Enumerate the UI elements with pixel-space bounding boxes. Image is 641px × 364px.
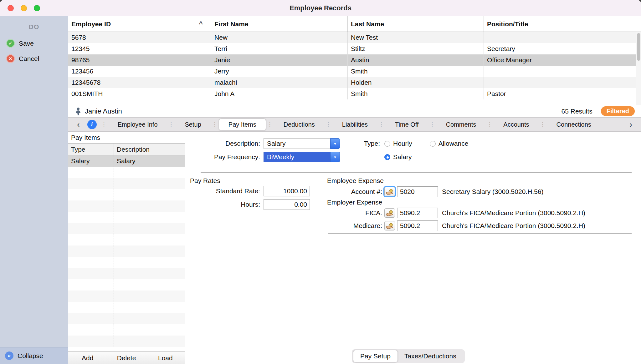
tab-separator-icon: ⋮ <box>485 121 494 128</box>
fica-account-input[interactable] <box>397 208 438 218</box>
pay-item-empty-row <box>68 167 185 178</box>
pay-frequency-dropdown-icon[interactable]: ▾ <box>330 152 340 162</box>
medicare-account-description: Church's FICA/Medicare Portion (3000.509… <box>442 222 585 230</box>
save-button-label: Save <box>19 40 34 47</box>
column-header-employee-id[interactable]: Employee ID ^ <box>68 16 211 32</box>
tab-connections[interactable]: Connections <box>547 119 601 130</box>
sort-ascending-icon[interactable]: ^ <box>199 20 203 28</box>
load-button[interactable]: Load <box>146 352 185 364</box>
column-header-position-title[interactable]: Position/Title <box>484 16 641 32</box>
column-header-type[interactable]: Type <box>68 146 114 153</box>
pay-item-row-selected[interactable]: Salary Salary <box>68 155 185 167</box>
filtered-badge[interactable]: Filtered <box>601 106 635 116</box>
employee-table: Employee ID ^ First Name Last Name Posit… <box>68 16 641 105</box>
minimize-window-button[interactable] <box>21 5 27 11</box>
info-icon[interactable]: i <box>87 120 97 129</box>
cancel-button[interactable]: × Cancel <box>0 51 68 66</box>
pay-item-empty-row <box>68 279 185 291</box>
medicare-account-input[interactable] <box>397 220 438 231</box>
radio-hourly-circle[interactable] <box>384 141 390 147</box>
medicare-label: Medicare: <box>327 222 382 230</box>
standard-rate-input[interactable] <box>264 186 310 196</box>
tab-pay-setup[interactable]: Pay Setup <box>353 350 397 362</box>
pay-items-buttons: Add Delete Load <box>68 351 185 364</box>
pay-item-empty-row <box>68 234 185 245</box>
pay-item-empty-row <box>68 223 185 234</box>
save-check-icon: ✓ <box>6 39 15 48</box>
pay-frequency-combo-value[interactable]: BiWeekly <box>264 152 330 162</box>
description-dropdown-icon[interactable]: ▾ <box>330 138 340 149</box>
fica-label: FICA: <box>327 209 382 217</box>
collapse-sidebar-button[interactable]: « Collapse <box>0 347 68 364</box>
table-row[interactable]: 001SMITH John A Smith Pastor <box>68 88 641 99</box>
table-scrollbar-thumb[interactable] <box>637 33 640 61</box>
app-window: Employee Records DO ✓ Save × Cancel « Co… <box>0 0 641 364</box>
description-combo[interactable]: Salary ▾ <box>264 138 340 149</box>
hours-input[interactable] <box>264 199 310 210</box>
radio-salary[interactable]: Salary <box>384 153 412 161</box>
radio-hourly[interactable]: Hourly <box>384 140 412 147</box>
record-bar: Janie Austin 65 Results Filtered <box>68 105 641 117</box>
pay-rates-title: Pay Rates <box>190 177 220 185</box>
section-divider <box>328 233 632 234</box>
account-lookup-hand-icon <box>386 210 394 216</box>
save-button[interactable]: ✓ Save <box>0 36 68 51</box>
table-row[interactable]: 12345 Terri Stiltz Secretary <box>68 43 641 54</box>
standard-rate-label: Standard Rate: <box>185 187 260 195</box>
type-label: Type: <box>360 140 380 147</box>
pay-items-panel: Pay Items Type Description Salary Salary <box>68 132 185 364</box>
add-button[interactable]: Add <box>68 352 107 364</box>
tabs-scroll-right-icon[interactable]: › <box>625 120 637 129</box>
column-header-description[interactable]: Description <box>114 144 185 155</box>
table-scrollbar-track[interactable] <box>636 32 641 105</box>
table-row-selected[interactable]: 98765 Janie Austin Office Manager <box>68 54 641 66</box>
tab-separator-icon: ⋮ <box>428 121 437 128</box>
person-icon <box>75 107 81 115</box>
radio-allowance-circle[interactable] <box>430 141 436 147</box>
tab-pay-items[interactable]: Pay Items <box>219 119 266 130</box>
selected-record-name: Janie Austin <box>85 107 122 115</box>
tab-employee-info[interactable]: Employee Info <box>108 119 167 130</box>
table-row[interactable]: 123456 Jerry Smith <box>68 66 641 77</box>
pay-frequency-combo[interactable]: BiWeekly ▾ <box>264 152 340 162</box>
description-combo-value[interactable]: Salary <box>264 138 330 149</box>
table-row[interactable]: 12345678 malachi Holden <box>68 77 641 88</box>
tab-setup[interactable]: Setup <box>176 119 211 130</box>
record-tab-bar: ‹ i ⋮ Employee Info ⋮ Setup ⋮ Pay Items … <box>68 117 641 132</box>
close-window-button[interactable] <box>8 5 14 11</box>
fica-account-lookup-button[interactable] <box>384 208 395 218</box>
tabs-scroll-left-icon[interactable]: ‹ <box>73 120 84 129</box>
section-divider <box>201 172 632 173</box>
pay-item-empty-row <box>68 268 185 279</box>
tab-separator-icon: ⋮ <box>211 121 219 128</box>
tab-accounts[interactable]: Accounts <box>494 119 538 130</box>
pay-setup-tabs: Pay Setup Taxes/Deductions <box>352 349 465 363</box>
pay-item-empty-row <box>68 178 185 189</box>
column-header-first-name[interactable]: First Name <box>211 16 347 32</box>
account-lookup-hand-icon <box>386 189 394 195</box>
delete-button[interactable]: Delete <box>107 352 146 364</box>
employer-expense-title: Employer Expense <box>327 199 382 206</box>
tab-liabilities[interactable]: Liabilities <box>333 119 377 130</box>
account-number-label: Account #: <box>327 188 382 195</box>
pay-item-empty-row <box>68 200 185 212</box>
description-label: Description: <box>185 140 260 147</box>
account-number-input[interactable] <box>397 186 438 197</box>
title-bar: Employee Records <box>0 0 641 16</box>
tab-deductions[interactable]: Deductions <box>274 119 324 130</box>
account-lookup-hand-icon <box>386 223 394 229</box>
employee-table-body: 5678 New New Test 12345 Terri Stiltz Sec… <box>68 32 641 99</box>
tab-separator-icon: ⋮ <box>266 121 274 128</box>
tab-comments[interactable]: Comments <box>437 119 486 130</box>
table-row[interactable]: 5678 New New Test <box>68 32 641 43</box>
tab-time-off[interactable]: Time Off <box>386 119 428 130</box>
column-header-last-name[interactable]: Last Name <box>347 16 484 32</box>
results-count: 65 Results <box>562 108 592 115</box>
radio-allowance[interactable]: Allowance <box>430 140 469 147</box>
zoom-window-button[interactable] <box>34 5 40 11</box>
radio-salary-circle[interactable] <box>384 154 390 160</box>
medicare-account-lookup-button[interactable] <box>384 221 395 230</box>
account-lookup-button[interactable] <box>384 187 395 196</box>
pay-items-panel-title: Pay Items <box>68 132 185 144</box>
tab-taxes-deductions[interactable]: Taxes/Deductions <box>397 350 463 362</box>
